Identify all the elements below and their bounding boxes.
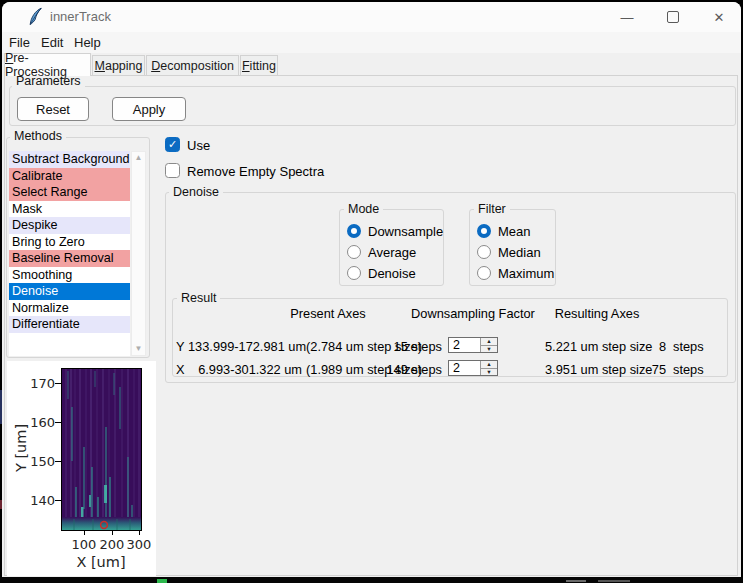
methods-label: Methods xyxy=(10,129,66,143)
menu-bar xyxy=(2,32,741,53)
downsampling-factor-spinbox-x[interactable]: 2 ▲ ▼ xyxy=(448,360,498,376)
method-item[interactable]: Calibrate xyxy=(9,168,130,185)
method-item[interactable]: Bring to Zero xyxy=(9,234,130,251)
axis-range: 6.993-301.322 um xyxy=(188,362,302,377)
taskbar-icon-sliver xyxy=(566,580,586,582)
mode-denoise-radio[interactable] xyxy=(347,266,361,280)
filter-maximum-radio[interactable] xyxy=(477,266,491,280)
mode-average-label: Average xyxy=(368,245,416,260)
scroll-up-icon[interactable]: ▲ xyxy=(135,152,143,164)
tab-decomposition[interactable]: Decomposition xyxy=(146,55,239,76)
x-tick-label: 300 xyxy=(125,537,153,552)
tab-label: Fitting xyxy=(242,59,276,73)
method-item[interactable]: Denoise xyxy=(9,283,130,300)
methods-listbox: Subtract Background Calibrate Select Ran… xyxy=(9,151,130,356)
remove-empty-spectra-label: Remove Empty Spectra xyxy=(187,164,324,179)
resulting-steps-word: steps xyxy=(673,339,704,354)
method-item[interactable]: Smoothing xyxy=(9,267,130,284)
y-tick-label: 160 xyxy=(29,415,55,430)
axis-range: 133.999-172.981 um xyxy=(188,339,302,354)
axis-steps: 149 steps xyxy=(380,362,442,377)
maximize-button[interactable] xyxy=(650,2,696,32)
filter-mean-radio[interactable] xyxy=(477,224,491,238)
apply-button[interactable]: Apply xyxy=(112,97,186,121)
downsampling-factor-spinbox-y[interactable]: 2 ▲ ▼ xyxy=(448,337,498,353)
close-icon: ✕ xyxy=(714,10,725,25)
method-item[interactable]: Differentiate xyxy=(9,316,130,333)
header-resulting-axes: Resulting Axes xyxy=(546,306,648,321)
method-item[interactable]: Subtract Background xyxy=(9,151,130,168)
reset-button[interactable]: Reset xyxy=(17,97,89,121)
x-tick-mark xyxy=(112,530,113,535)
spin-up-icon[interactable]: ▲ xyxy=(481,361,497,369)
x-tick-mark xyxy=(139,530,140,535)
tab-mapping[interactable]: Mapping xyxy=(92,55,145,76)
filter-label: Filter xyxy=(474,202,510,216)
resulting-steps-count: 8 xyxy=(640,339,666,354)
scroll-down-icon[interactable]: ▼ xyxy=(135,343,143,355)
resulting-steps-word: steps xyxy=(673,362,704,377)
heatmap-image xyxy=(62,369,141,530)
filter-median-radio[interactable] xyxy=(477,245,491,259)
x-tick-label: 200 xyxy=(98,537,126,552)
tab-label: Mapping xyxy=(95,59,143,73)
denoise-label: Denoise xyxy=(169,185,223,199)
spin-up-icon[interactable]: ▲ xyxy=(481,338,497,346)
header-downsampling-factor: Downsampling Factor xyxy=(411,306,535,321)
use-checkbox[interactable]: ✓ xyxy=(165,137,180,152)
maximize-icon xyxy=(667,11,679,23)
spinbox-value[interactable]: 2 xyxy=(449,361,480,375)
filter-mean-label: Mean xyxy=(498,224,531,239)
spinbox-value[interactable]: 2 xyxy=(449,338,480,352)
mode-average-radio[interactable] xyxy=(347,245,361,259)
remove-empty-spectra-checkbox[interactable]: ✓ xyxy=(165,163,180,178)
spinbox-steppers[interactable]: ▲ ▼ xyxy=(480,338,497,352)
menu-edit[interactable]: Edit xyxy=(41,35,63,50)
x-tick-mark xyxy=(84,530,85,535)
y-tick-label: 140 xyxy=(29,493,55,508)
menu-help[interactable]: Help xyxy=(74,35,101,50)
app-feather-icon xyxy=(27,7,43,26)
tab-fitting[interactable]: Fitting xyxy=(240,55,278,76)
tab-pre-processing[interactable]: Pre-Processing xyxy=(4,53,91,76)
app-window: innerTrack — ✕ File Edit Help Pre-Proces… xyxy=(0,0,743,583)
heatmap xyxy=(61,368,142,531)
minimize-icon: — xyxy=(621,10,634,25)
mode-denoise-label: Denoise xyxy=(368,266,416,281)
x-tick-label: 100 xyxy=(70,537,98,552)
close-button[interactable]: ✕ xyxy=(696,2,742,32)
header-present-axes: Present Axes xyxy=(277,306,379,321)
taskbar-sliver xyxy=(0,577,743,583)
spin-down-icon[interactable]: ▼ xyxy=(481,346,497,353)
check-icon: ✓ xyxy=(168,139,177,150)
spinbox-steppers[interactable]: ▲ ▼ xyxy=(480,361,497,375)
axis-steps: 15 steps xyxy=(380,339,442,354)
method-item[interactable]: Normalize xyxy=(9,300,130,317)
desktop-sliver xyxy=(0,500,2,509)
plot-xlabel: X [um] xyxy=(70,554,132,570)
method-item[interactable]: Baseline Removal xyxy=(9,250,130,267)
axis-letter: Y xyxy=(176,339,185,354)
filter-median-label: Median xyxy=(498,245,541,260)
y-tick-label: 150 xyxy=(29,454,55,469)
window-title: innerTrack xyxy=(50,9,111,24)
menu-file[interactable]: File xyxy=(9,35,30,50)
filter-maximum-label: Maximum xyxy=(498,266,554,281)
result-label: Result xyxy=(177,291,220,305)
method-item[interactable]: Despike xyxy=(9,217,130,234)
use-label: Use xyxy=(187,138,210,153)
resulting-step-size: 5.221 um step size xyxy=(545,339,652,354)
plot-ylabel: Y [um] xyxy=(13,403,29,493)
method-item[interactable]: Mask xyxy=(9,201,130,218)
taskbar-icon-sliver xyxy=(598,580,630,582)
desktop-sliver xyxy=(0,390,2,424)
minimize-button[interactable]: — xyxy=(604,2,650,32)
tab-label: Pre-Processing xyxy=(5,51,90,79)
mode-downsample-radio[interactable] xyxy=(347,224,361,238)
spin-down-icon[interactable]: ▼ xyxy=(481,369,497,376)
method-item[interactable]: Select Range xyxy=(9,184,130,201)
taskbar-icon-sliver xyxy=(157,579,167,583)
methods-scrollbar[interactable]: ▲ ▼ xyxy=(131,151,146,356)
resulting-steps-count: 75 xyxy=(640,362,666,377)
axis-letter: X xyxy=(176,362,185,377)
